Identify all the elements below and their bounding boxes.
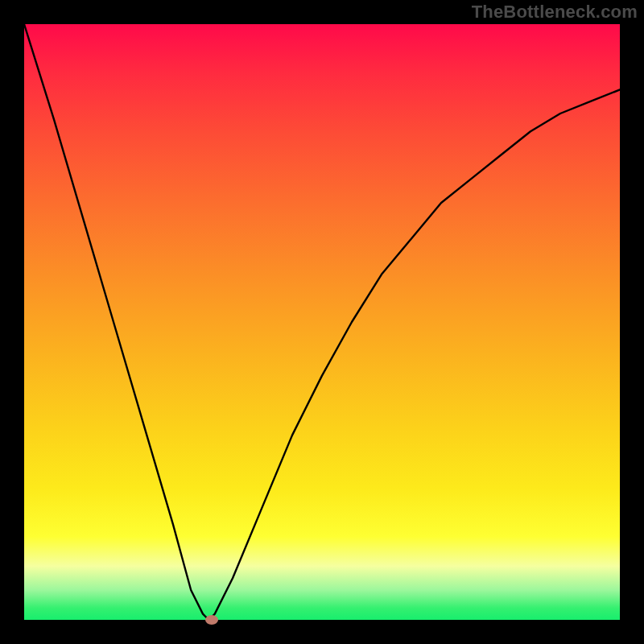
watermark-text: TheBottleneck.com (472, 2, 638, 23)
notch-marker-icon (205, 615, 218, 625)
curve-path (24, 24, 620, 620)
chart-container: TheBottleneck.com (0, 0, 644, 644)
plot-area (24, 24, 620, 620)
bottleneck-curve (24, 24, 620, 620)
